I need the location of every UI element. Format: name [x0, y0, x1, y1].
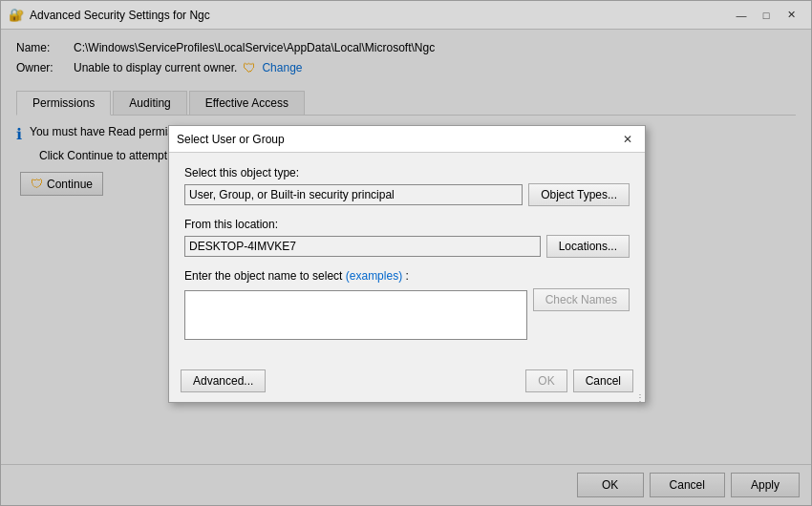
examples-link[interactable]: (examples) — [346, 269, 402, 283]
dialog-cancel-button[interactable]: Cancel — [573, 369, 633, 392]
dialog-title: Select User or Group — [177, 133, 285, 146]
object-name-textarea[interactable] — [184, 290, 527, 340]
main-window: 🔐 Advanced Security Settings for Ngc — □… — [0, 0, 812, 506]
location-input[interactable] — [184, 236, 541, 257]
dialog-ok-cancel: OK Cancel — [525, 369, 633, 392]
object-type-input[interactable] — [184, 184, 523, 205]
object-types-button[interactable]: Object Types... — [528, 183, 630, 206]
locations-button[interactable]: Locations... — [546, 235, 630, 258]
dialog-close-button[interactable]: ✕ — [618, 131, 637, 148]
location-label: From this location: — [184, 218, 630, 231]
object-name-row: Enter the object name to select (example… — [184, 269, 630, 343]
location-row: Locations... — [184, 235, 630, 258]
modal-overlay: Select User or Group ✕ Select this objec… — [1, 1, 811, 505]
object-name-label: Enter the object name to select (example… — [184, 269, 527, 283]
object-type-label: Select this object type: — [184, 166, 630, 179]
dialog-body: Select this object type: Object Types...… — [169, 153, 645, 364]
dialog-ok-button[interactable]: OK — [525, 369, 566, 392]
advanced-button[interactable]: Advanced... — [181, 369, 266, 392]
check-names-button[interactable]: Check Names — [533, 288, 630, 311]
object-type-row: Object Types... — [184, 183, 630, 206]
dialog-title-bar: Select User or Group ✕ — [169, 126, 645, 153]
resize-handle[interactable]: ⋮ — [635, 392, 643, 400]
object-name-left: Enter the object name to select (example… — [184, 269, 527, 343]
select-user-group-dialog: Select User or Group ✕ Select this objec… — [168, 125, 646, 403]
dialog-bottom-bar: Advanced... OK Cancel — [169, 364, 645, 402]
